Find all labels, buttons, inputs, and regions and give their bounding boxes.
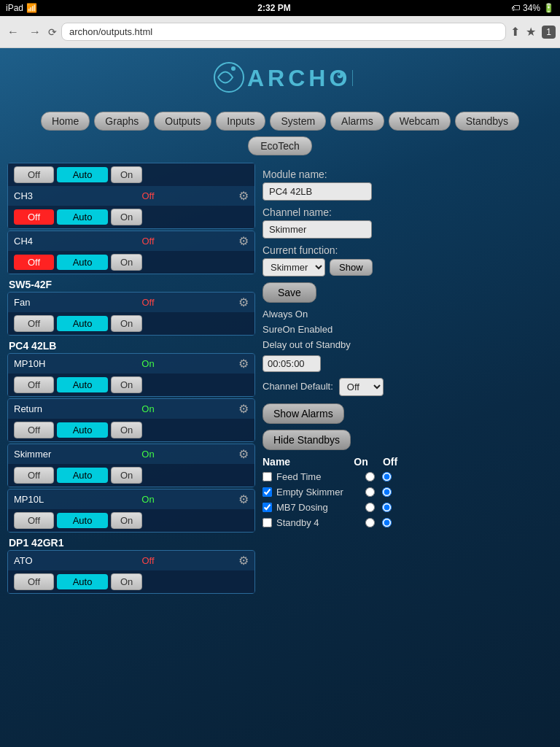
save-button[interactable]: Save (262, 282, 316, 303)
tab-count[interactable]: 1 (542, 26, 556, 39)
feedtime-off-radio[interactable] (382, 472, 392, 481)
ch3-off-btn[interactable]: Off (14, 209, 54, 225)
mp10l-card: MP10L On ⚙ Off Auto On (7, 489, 255, 533)
feedtime-checkbox[interactable] (262, 472, 272, 481)
ch4-on-btn[interactable]: On (111, 254, 142, 271)
skimmer-info-row: Skimmer On ⚙ (8, 444, 254, 464)
nav-bar: Home Graphs Outputs Inputs System Alarms… (0, 106, 560, 136)
ch4-auto-btn[interactable]: Auto (57, 255, 108, 270)
fan-gear-icon[interactable]: ⚙ (238, 295, 249, 309)
emptyskimmer-on-radio[interactable] (365, 487, 375, 497)
mb7dosing-off-radio[interactable] (382, 503, 392, 512)
ch3-gear-icon[interactable]: ⚙ (238, 189, 249, 203)
delay-input[interactable] (262, 355, 321, 372)
ato-on-btn[interactable]: On (111, 573, 142, 590)
ato-card: ATO Off ⚙ Off Auto On (7, 550, 255, 594)
share-icon[interactable]: ⬆ (510, 25, 520, 39)
mp10h-info-row: MP10H On ⚙ (8, 354, 254, 374)
ch3-top-row: Off Auto On (8, 163, 254, 186)
emptyskimmer-checkbox[interactable] (262, 487, 272, 497)
module-name-input[interactable] (262, 182, 372, 201)
emptyskimmer-off-radio[interactable] (382, 487, 392, 497)
forward-button[interactable]: → (26, 23, 44, 42)
show-button[interactable]: Show (330, 259, 373, 276)
mb7dosing-name: MB7 Dosing (276, 502, 357, 513)
ch3-status: Off (141, 190, 154, 201)
return-on-btn[interactable]: On (111, 422, 142, 438)
skimmer-card: Skimmer On ⚙ Off Auto On (7, 444, 255, 487)
mp10h-auto-btn[interactable]: Auto (57, 377, 108, 392)
two-col-layout: Off Auto On CH3 Off ⚙ Off Auto On (0, 163, 560, 595)
standby4-off-radio[interactable] (382, 518, 392, 527)
return-control-row: Off Auto On (8, 419, 254, 441)
return-status: On (141, 403, 154, 414)
nav-standbys[interactable]: Standbys (455, 112, 519, 131)
mp10l-on-btn[interactable]: On (111, 512, 142, 529)
url-bar[interactable] (61, 23, 506, 41)
skimmer-off-btn[interactable]: Off (14, 467, 54, 484)
return-auto-btn[interactable]: Auto (57, 422, 108, 438)
mb7dosing-on-radio[interactable] (365, 503, 375, 512)
return-gear-icon[interactable]: ⚙ (238, 402, 249, 416)
function-select[interactable]: Skimmer Return Fan Light Heater Chiller (262, 258, 325, 276)
fan-auto-btn[interactable]: Auto (57, 316, 108, 331)
sw5-label: SW5-42F (7, 276, 255, 292)
return-card: Return On ⚙ Off Auto On (7, 398, 255, 442)
fan-off-btn[interactable]: Off (14, 315, 54, 332)
back-button[interactable]: ← (4, 23, 22, 42)
nav-system[interactable]: System (270, 112, 326, 131)
ch4-off-btn[interactable]: Off (14, 255, 54, 270)
ecotech-button[interactable]: EcoTech (248, 136, 312, 155)
mp10h-off-btn[interactable]: Off (14, 376, 54, 393)
skimmer-auto-btn[interactable]: Auto (57, 468, 108, 483)
ch3-auto-btn[interactable]: Auto (57, 209, 108, 225)
channel-name-label: Channel name: (262, 206, 553, 218)
return-off-btn[interactable]: Off (14, 422, 54, 438)
fan-card: Fan Off ⚙ Off Auto On (7, 292, 255, 336)
channel-default-select[interactable]: Off On Auto (339, 378, 384, 396)
ch3-on-btn[interactable]: On (111, 209, 142, 225)
skimmer-gear-icon[interactable]: ⚙ (238, 447, 249, 461)
nav-outputs[interactable]: Outputs (154, 112, 211, 131)
status-right: 🏷 34% 🔋 (511, 3, 554, 13)
ch3-top-auto-btn[interactable]: Auto (57, 167, 108, 182)
reload-button[interactable]: ⟳ (48, 26, 57, 38)
channel-name-input[interactable] (262, 220, 372, 239)
mp10l-status: On (141, 494, 154, 505)
standby4-checkbox[interactable] (262, 518, 272, 527)
ch4-gear-icon[interactable]: ⚙ (238, 234, 249, 248)
ato-gear-icon[interactable]: ⚙ (238, 554, 249, 568)
mp10h-control-row: Off Auto On (8, 374, 254, 396)
mp10l-gear-icon[interactable]: ⚙ (238, 492, 249, 506)
current-function-label: Current function: (262, 244, 553, 256)
mp10l-off-btn[interactable]: Off (14, 512, 54, 529)
standby4-on-radio[interactable] (365, 518, 375, 527)
always-on-text: Always On (262, 307, 553, 322)
nav-inputs[interactable]: Inputs (216, 112, 265, 131)
mp10h-gear-icon[interactable]: ⚙ (238, 357, 249, 371)
ch3-top-off-btn[interactable]: Off (14, 166, 54, 183)
fan-on-btn[interactable]: On (111, 315, 142, 332)
status-bar: iPad 📶 2:32 PM 🏷 34% 🔋 (0, 0, 560, 16)
mp10l-name: MP10L (14, 494, 58, 505)
mp10l-auto-btn[interactable]: Auto (57, 513, 108, 528)
logo-area: ARCHON ◕ (0, 48, 560, 106)
ato-auto-btn[interactable]: Auto (57, 574, 108, 589)
mp10l-info-row: MP10L On ⚙ (8, 489, 254, 509)
feedtime-on-radio[interactable] (365, 472, 375, 481)
mp10h-on-btn[interactable]: On (111, 376, 142, 393)
nav-webcam[interactable]: Webcam (389, 112, 451, 131)
nav-home[interactable]: Home (41, 112, 90, 131)
hide-standbys-button[interactable]: Hide Standbys (262, 430, 351, 450)
nav-graphs[interactable]: Graphs (94, 112, 149, 131)
ch3-top-on-btn[interactable]: On (111, 166, 142, 183)
ch4-status: Off (141, 236, 154, 247)
nav-alarms[interactable]: Alarms (330, 112, 384, 131)
bookmark-icon[interactable]: ★ (526, 25, 536, 39)
skimmer-on-btn[interactable]: On (111, 467, 142, 484)
mb7dosing-checkbox[interactable] (262, 503, 272, 512)
skimmer-control-row: Off Auto On (8, 464, 254, 487)
mp10h-card: MP10H On ⚙ Off Auto On (7, 353, 255, 397)
ato-off-btn[interactable]: Off (14, 573, 54, 590)
show-alarms-button[interactable]: Show Alarms (262, 403, 344, 424)
